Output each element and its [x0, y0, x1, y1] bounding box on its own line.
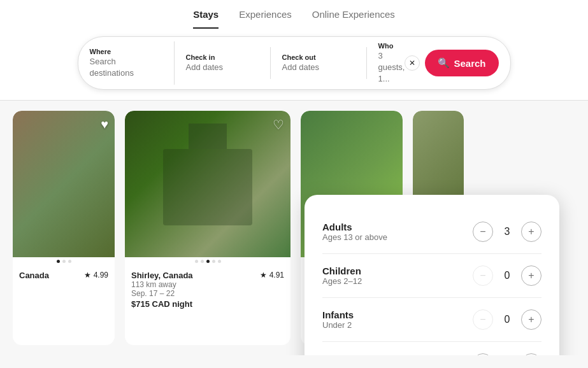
adults-row: Adults Ages 13 or above − 3 +	[322, 210, 541, 254]
adults-decrement-button[interactable]: −	[473, 222, 493, 242]
favorite-button[interactable]: ♡	[273, 117, 284, 132]
plus-icon: +	[528, 270, 534, 281]
pets-row: Pets Bringing a service animal? − 1 +	[322, 342, 541, 355]
tab-experiences[interactable]: Experiences	[239, 9, 292, 29]
pets-decrement-button[interactable]: −	[473, 353, 493, 355]
children-sublabel: Ages 2–12	[322, 276, 362, 286]
search-icon: 🔍	[438, 57, 450, 69]
listing-distance: 113 km away	[131, 280, 284, 289]
adults-label: Adults	[322, 222, 387, 232]
where-value: Search destinations	[90, 57, 134, 78]
children-decrement-button[interactable]: −	[473, 265, 493, 286]
minus-icon: −	[480, 226, 485, 237]
adults-increment-button[interactable]: +	[521, 222, 541, 242]
heart-filled-icon: ♥	[101, 117, 108, 131]
plus-icon: +	[528, 226, 534, 237]
children-row: Children Ages 2–12 − 0 +	[322, 254, 541, 298]
infants-increment-button[interactable]: +	[521, 309, 541, 330]
listings-area: ♥ ★ 4.99 Canada ♡ ★ 4.91 Shir	[0, 101, 588, 355]
adults-controls: − 3 +	[473, 222, 541, 242]
checkout-section[interactable]: Check out Add dates	[271, 47, 367, 79]
infants-sublabel: Under 2	[322, 320, 354, 330]
search-bar: Where Search destinations Check in Add d…	[78, 36, 511, 90]
adults-sublabel: Ages 13 or above	[322, 232, 387, 242]
infants-controls: − 0 +	[473, 309, 541, 330]
listing-card: ♥ ★ 4.99 Canada	[13, 111, 115, 345]
children-controls: − 0 +	[473, 265, 541, 286]
listing-price: $715 CAD night	[131, 299, 284, 309]
favorite-button[interactable]: ♥	[101, 117, 108, 132]
listing-card: ♡ ★ 4.91 Shirley, Canada 113 km away Sep…	[125, 111, 290, 345]
svg-marker-2	[189, 124, 227, 149]
listing-rating: ★ 4.91	[260, 271, 284, 280]
svg-rect-1	[163, 149, 252, 225]
children-count: 0	[502, 270, 512, 281]
infants-row: Infants Under 2 − 0 +	[322, 298, 541, 342]
listing-rating: ★ 4.99	[84, 271, 108, 280]
where-section[interactable]: Where Search destinations	[78, 41, 175, 85]
infants-decrement-button[interactable]: −	[473, 309, 493, 330]
checkin-section[interactable]: Check in Add dates	[175, 47, 271, 79]
search-button[interactable]: 🔍 Search	[425, 50, 498, 76]
pets-increment-button[interactable]: +	[521, 353, 541, 355]
pets-label: Pets	[322, 353, 419, 355]
tab-online-experiences[interactable]: Online Experiences	[312, 9, 395, 29]
who-value: 3 guests, 1...	[378, 51, 405, 83]
infants-count: 0	[502, 314, 512, 325]
checkout-value: Add dates	[282, 62, 320, 72]
checkin-value: Add dates	[186, 62, 224, 72]
children-label: Children	[322, 265, 362, 276]
minus-icon: −	[480, 270, 485, 281]
who-label: Who	[378, 42, 405, 50]
who-section[interactable]: Who 3 guests, 1... ✕ 🔍 Search	[367, 37, 510, 89]
top-nav: Stays Experiences Online Experiences Whe…	[0, 0, 588, 101]
plus-icon: +	[528, 314, 534, 325]
adults-count: 3	[502, 226, 512, 237]
search-label: Search	[454, 58, 485, 69]
nav-tabs: Stays Experiences Online Experiences	[193, 0, 395, 29]
clear-who-button[interactable]: ✕	[405, 55, 420, 71]
children-increment-button[interactable]: +	[521, 265, 541, 286]
guest-dropdown: Adults Ages 13 or above − 3 + Children A…	[305, 195, 559, 355]
where-label: Where	[90, 48, 162, 55]
pets-controls: − 1 +	[473, 353, 541, 355]
checkout-label: Check out	[282, 53, 355, 61]
listing-dates: Sep. 17 – 22	[131, 289, 284, 298]
checkin-label: Check in	[186, 53, 259, 61]
infants-label: Infants	[322, 309, 354, 320]
tab-stays[interactable]: Stays	[193, 9, 219, 29]
heart-outline-icon: ♡	[273, 118, 284, 132]
minus-icon: −	[480, 314, 485, 325]
